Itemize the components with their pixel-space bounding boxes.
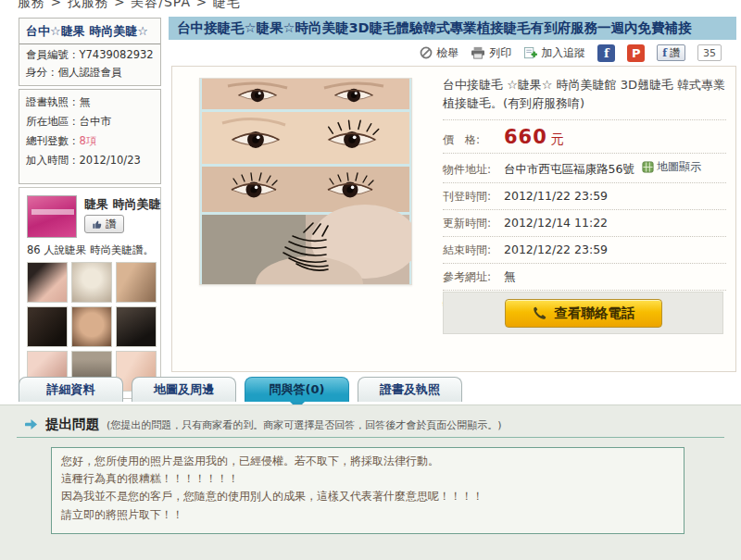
facebook-page-name[interactable]: 睫果 時尚美睫 (84, 196, 161, 213)
facebook-likes-text: 86 人說睫果 時尚美睫讚。 (27, 243, 154, 257)
seller-detail-box: 證書執照：無 所在地區：台中市 總刊登數：8項 加入時間：2012/10/23 (19, 89, 161, 184)
facebook-share-icon[interactable]: f (597, 44, 615, 62)
qa-heading: 提出問題 (45, 416, 99, 433)
fan-photo[interactable] (116, 262, 157, 303)
publish-time-label: 刊登時間: (443, 189, 504, 205)
publish-time-value: 2012/11/22 23:59 (504, 189, 608, 203)
seller-info-box: 台中☆睫果 時尚美睫☆ 會員編號：Y7439082932 身分：個人認證會員 (19, 18, 161, 86)
listing-details-panel: 台中接睫毛 ☆睫果☆ 時尚美睫館 3D翹睫毛 韓式專業植接睫毛。(有到府服務唷)… (443, 76, 726, 317)
license-row: 證書執照：無 (19, 90, 160, 109)
region-row: 所在地區：台中市 (19, 109, 160, 129)
update-time-row: 更新時間: 2012/12/14 11:22 (443, 209, 726, 236)
phone-icon (532, 305, 547, 321)
fan-photo[interactable] (27, 262, 68, 303)
report-button[interactable]: 檢舉 (420, 45, 458, 61)
update-time-label: 更新時間: (443, 216, 504, 231)
track-button[interactable]: 加入追蹤 (523, 45, 585, 61)
reference-url-row: 參考網址: 無 (443, 263, 726, 290)
reference-url-label: 參考網址: (443, 269, 504, 285)
end-time-row: 結束時間: 2012/12/22 23:59 (443, 236, 726, 263)
breadcrumb[interactable]: 服務 > 找服務 > 美容/SPA > 睫毛 (18, 0, 241, 11)
member-id-value: Y7439082932 (80, 48, 154, 61)
join-date-value: 2012/10/23 (80, 154, 141, 167)
join-date-label: 加入時間： (26, 154, 80, 167)
add-track-icon (523, 46, 537, 60)
reference-url-value: 無 (504, 269, 516, 285)
map-link-label: 地圖顯示 (657, 159, 701, 175)
facebook-f-icon: f (662, 47, 667, 59)
price-row: 價 格: 660 元 (443, 119, 726, 153)
end-time-label: 結束時間: (443, 243, 504, 258)
listing-description: 台中接睫毛 ☆睫果☆ 時尚美睫館 3D翹睫毛 韓式專業植接睫毛。(有到府服務唷) (443, 76, 726, 119)
plurk-share-icon[interactable]: P (627, 44, 645, 62)
address-value: 台中市西屯區福康路56號 (504, 162, 634, 178)
member-id-label: 會員編號： (26, 48, 80, 61)
member-id-row: 會員編號：Y7439082932 (19, 44, 160, 62)
listing-detail-box: 台中接睫毛 ☆睫果☆ 時尚美睫館 3D翹睫毛 韓式專業植接睫毛。(有到府服務唷)… (171, 66, 736, 372)
price-value: 660 (504, 126, 547, 148)
listing-count-value[interactable]: 8項 (80, 134, 97, 147)
view-contact-phone-button[interactable]: 查看聯絡電話 (505, 299, 662, 328)
map-icon (642, 161, 654, 173)
listing-title: 台中接睫毛☆睫果☆時尚美睫3D睫毛體驗韓式專業植接睫毛有到府服務一週內免費補接 (169, 17, 736, 40)
facebook-like-small-button[interactable]: f 讚 (657, 44, 685, 61)
region-label: 所在地區： (26, 115, 80, 128)
tab-detail-info[interactable]: 詳細資料 (19, 377, 123, 402)
report-label: 檢舉 (436, 45, 458, 61)
address-row: 物件地址: 台中市西屯區福康路56號 地圖顯示 (443, 153, 726, 182)
listing-photo-collage[interactable] (199, 78, 412, 285)
facebook-fan-photo-grid (27, 262, 157, 392)
like-count-badge: 35 (697, 44, 722, 61)
tab-qa[interactable]: 問與答(0) (245, 377, 349, 402)
listing-count-row: 總刊登數：8項 (19, 129, 160, 148)
listing-page: 服務 > 找服務 > 美容/SPA > 睫毛 台中☆睫果 時尚美睫☆ 會員編號：… (0, 0, 741, 560)
identity-row: 身分：個人認證會員 (19, 62, 160, 80)
facebook-like-button[interactable]: 讚 (84, 215, 124, 233)
listing-count-label: 總刊登數： (26, 134, 80, 147)
question-textarea[interactable]: 您好，您所使用的照片是盜用我的，已經侵權。若不取下，將採取法律行動。 這種行為真… (51, 447, 684, 534)
fan-photo[interactable] (71, 262, 112, 303)
seller-shop-title: 台中☆睫果 時尚美睫☆ (19, 19, 160, 44)
address-label: 物件地址: (443, 162, 504, 178)
facebook-page-thumbnail[interactable] (27, 195, 77, 238)
fan-photo[interactable] (71, 306, 112, 347)
report-icon (420, 46, 433, 59)
map-show-link[interactable]: 地圖顯示 (642, 159, 701, 175)
print-button[interactable]: 列印 (471, 45, 511, 61)
publish-time-row: 刊登時間: 2012/11/22 23:59 (443, 182, 726, 209)
detail-tabs: 詳細資料 地圖及周邊 問與答(0) 證書及執照 (19, 377, 462, 402)
price-unit: 元 (551, 131, 564, 148)
identity-value: 個人認證會員 (58, 66, 122, 79)
region-value: 台中市 (80, 115, 112, 128)
arrow-right-icon (24, 418, 38, 430)
join-date-row: 加入時間：2012/10/23 (19, 148, 160, 168)
print-label: 列印 (489, 45, 511, 61)
facebook-like-label: 讚 (106, 218, 117, 231)
price-label: 價 格: (443, 132, 504, 148)
tab-certificates[interactable]: 證書及執照 (358, 377, 462, 402)
identity-label: 身分： (26, 66, 58, 79)
license-label: 證書執照： (26, 95, 80, 108)
contact-phone-band: 查看聯絡電話 (443, 292, 723, 334)
qa-note: (您提出的問題，只有商家看的到。商家可選擇是否回答，回答後才會於頁面公開顯示。) (107, 417, 502, 432)
qa-header: 提出問題 (您提出的問題，只有商家看的到。商家可選擇是否回答，回答後才會於頁面公… (24, 416, 502, 433)
fan-photo[interactable] (116, 306, 157, 347)
tab-map-surroundings[interactable]: 地圖及周邊 (132, 377, 236, 402)
phone-button-label: 查看聯絡電話 (555, 305, 635, 322)
fan-photo[interactable] (27, 306, 68, 347)
qa-panel: 提出問題 (您提出的問題，只有商家看的到。商家可選擇是否回答，回答後才會於頁面公… (0, 404, 741, 560)
like-small-label: 讚 (670, 46, 680, 60)
printer-icon (471, 46, 485, 59)
facebook-like-widget: 睫果 時尚美睫 讚 86 人說睫果 時尚美睫讚。 (19, 187, 161, 399)
qa-divider (17, 437, 724, 438)
update-time-value: 2012/12/14 11:22 (504, 216, 608, 230)
eyelash-photos (200, 79, 411, 284)
action-toolbar: 檢舉 列印 加入追蹤 f P f 讚 35 (169, 43, 736, 63)
license-value: 無 (80, 95, 91, 108)
thumbs-up-icon (92, 219, 102, 230)
track-label: 加入追蹤 (541, 45, 585, 61)
end-time-value: 2012/12/22 23:59 (504, 243, 608, 256)
